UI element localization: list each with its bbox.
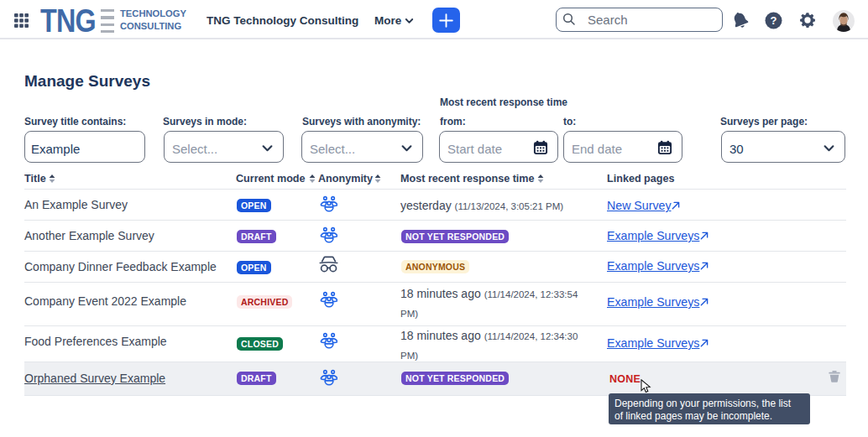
svg-text:?: ? xyxy=(771,14,777,27)
